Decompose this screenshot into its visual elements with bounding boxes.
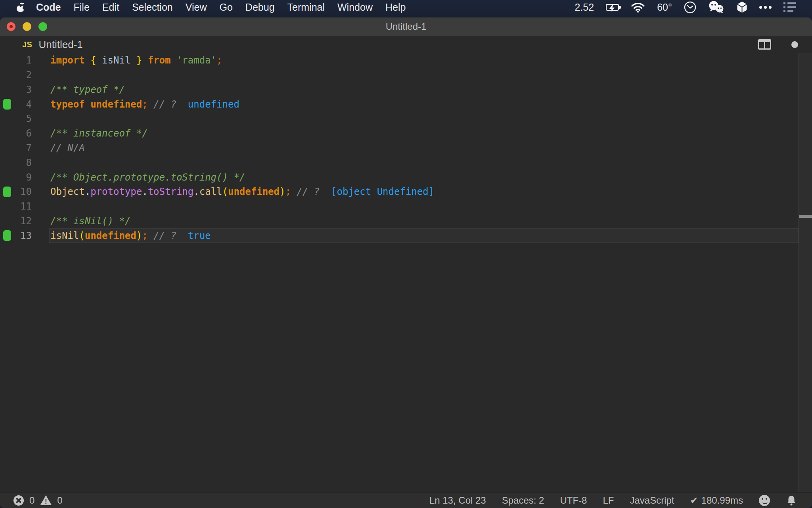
code-text: /** typeof */ bbox=[50, 84, 125, 95]
menubar-value[interactable]: 2.52 bbox=[575, 2, 594, 13]
perf-value: 180.99ms bbox=[701, 495, 743, 506]
code-line-3[interactable]: 3/** typeof */ bbox=[0, 83, 812, 97]
code-line-8[interactable]: 8 bbox=[0, 155, 812, 170]
macos-menu-bar: Code FileEditSelectionViewGoDebugTermina… bbox=[0, 0, 812, 14]
errors-count: 0 bbox=[29, 495, 34, 506]
code-text: /** instanceof */ bbox=[50, 128, 148, 139]
code-text: // N/A bbox=[50, 142, 85, 154]
editor-actions bbox=[758, 36, 798, 53]
gutter bbox=[0, 187, 14, 197]
status-item-ln-13-col-23[interactable]: Ln 13, Col 23 bbox=[429, 495, 486, 506]
scrollbar-marker bbox=[799, 215, 812, 218]
line-number: 12 bbox=[14, 216, 32, 227]
warnings-icon bbox=[40, 495, 52, 505]
vscode-window: Untitled-1 JS Untitled-1 1import { isNil… bbox=[0, 17, 812, 508]
line-number: 9 bbox=[14, 172, 32, 183]
line-number: 1 bbox=[14, 55, 32, 66]
errors-icon bbox=[13, 495, 24, 506]
code-text: import { isNil } from 'ramda'; bbox=[50, 55, 222, 66]
notifications-bell-icon[interactable] bbox=[786, 495, 797, 506]
wifi-icon[interactable] bbox=[631, 2, 645, 13]
editor-header: JS Untitled-1 bbox=[0, 36, 812, 53]
feedback-smiley-icon[interactable] bbox=[759, 495, 770, 506]
line-number: 4 bbox=[14, 99, 32, 110]
javascript-file-icon: JS bbox=[22, 40, 32, 49]
line-number: 6 bbox=[14, 128, 32, 139]
code-line-9[interactable]: 9/** Object.prototype.toString() */ bbox=[0, 170, 812, 185]
status-bar: 0 0 Ln 13, Col 23Spaces: 2UTF-8LFJavaScr… bbox=[0, 492, 812, 508]
code-line-6[interactable]: 6/** instanceof */ bbox=[0, 126, 812, 141]
menu-item-help[interactable]: Help bbox=[379, 2, 412, 13]
code-line-4[interactable]: 4typeof undefined; // ? undefined bbox=[0, 97, 812, 112]
screen: Code FileEditSelectionViewGoDebugTermina… bbox=[0, 0, 812, 508]
split-editor-icon[interactable] bbox=[758, 39, 771, 50]
more-dots-icon[interactable] bbox=[759, 6, 772, 9]
status-bar-right: Ln 13, Col 23Spaces: 2UTF-8LFJavaScript … bbox=[429, 495, 812, 506]
line-number: 8 bbox=[14, 157, 32, 168]
menu-item-debug[interactable]: Debug bbox=[239, 2, 281, 13]
menu-item-selection[interactable]: Selection bbox=[126, 2, 179, 13]
quokka-marker[interactable] bbox=[3, 187, 11, 197]
menu-item-terminal[interactable]: Terminal bbox=[281, 2, 331, 13]
code-line-10[interactable]: 10Object.prototype.toString.call(undefin… bbox=[0, 185, 812, 199]
menu-item-view[interactable]: View bbox=[179, 2, 213, 13]
code-editor[interactable]: 1import { isNil } from 'ramda';23/** typ… bbox=[0, 53, 812, 492]
warnings-count: 0 bbox=[57, 495, 62, 506]
apple-icon-bite bbox=[23, 6, 26, 10]
status-items: Ln 13, Col 23Spaces: 2UTF-8LFJavaScript bbox=[429, 495, 674, 506]
line-number: 3 bbox=[14, 84, 32, 95]
problems-status[interactable]: 0 0 bbox=[0, 495, 63, 506]
line-number: 7 bbox=[14, 142, 32, 154]
line-number: 2 bbox=[14, 69, 32, 81]
battery-charging-icon[interactable] bbox=[606, 4, 619, 11]
code-line-5[interactable]: 5 bbox=[0, 112, 812, 126]
file-name[interactable]: Untitled-1 bbox=[38, 38, 82, 51]
line-number: 10 bbox=[14, 186, 32, 197]
gutter bbox=[0, 99, 14, 110]
window-title: Untitled-1 bbox=[0, 21, 812, 32]
code-line-1[interactable]: 1import { isNil } from 'ramda'; bbox=[0, 53, 812, 68]
scrollbar[interactable] bbox=[799, 53, 812, 492]
cube-icon[interactable] bbox=[737, 1, 747, 13]
menu-item-go[interactable]: Go bbox=[213, 2, 239, 13]
check-icon: ✔ bbox=[690, 495, 698, 506]
wechat-icon[interactable] bbox=[708, 1, 725, 13]
status-item-utf-8[interactable]: UTF-8 bbox=[560, 495, 587, 506]
menu-item-edit[interactable]: Edit bbox=[96, 2, 126, 13]
list-icon[interactable] bbox=[783, 2, 796, 12]
menu-bar-status-area: 2.52 60° bbox=[575, 1, 812, 13]
line-number: 5 bbox=[14, 113, 32, 124]
code-text: isNil(undefined); // ? true bbox=[50, 230, 211, 241]
unsaved-dot-icon[interactable] bbox=[791, 41, 798, 48]
quokka-marker[interactable] bbox=[3, 99, 11, 110]
menu-item-window[interactable]: Window bbox=[331, 2, 379, 13]
code-lines: 1import { isNil } from 'ramda';23/** typ… bbox=[0, 53, 812, 243]
menu-items: FileEditSelectionViewGoDebugTerminalWind… bbox=[67, 2, 412, 13]
code-line-7[interactable]: 7// N/A bbox=[0, 141, 812, 156]
menu-bar-left: Code FileEditSelectionViewGoDebugTermina… bbox=[0, 2, 412, 13]
clock-icon[interactable] bbox=[684, 1, 696, 13]
quokka-marker[interactable] bbox=[3, 230, 11, 241]
code-line-13[interactable]: 13isNil(undefined); // ? true bbox=[0, 228, 812, 243]
code-text: typeof undefined; // ? undefined bbox=[50, 99, 239, 110]
status-item-javascript[interactable]: JavaScript bbox=[630, 495, 674, 506]
window-title-bar[interactable]: Untitled-1 bbox=[0, 17, 812, 36]
line-number: 13 bbox=[14, 230, 32, 241]
menu-item-code[interactable]: Code bbox=[30, 2, 67, 13]
code-line-11[interactable]: 11 bbox=[0, 199, 812, 214]
menu-item-file[interactable]: File bbox=[67, 2, 96, 13]
temperature-value[interactable]: 60° bbox=[657, 2, 672, 13]
code-line-2[interactable]: 2 bbox=[0, 68, 812, 83]
apple-icon[interactable] bbox=[17, 3, 24, 12]
code-text: /** Object.prototype.toString() */ bbox=[50, 172, 245, 183]
quokka-perf-status[interactable]: ✔ 180.99ms bbox=[690, 495, 743, 506]
code-text: Object.prototype.toString.call(undefined… bbox=[50, 186, 434, 197]
status-item-spaces-2[interactable]: Spaces: 2 bbox=[502, 495, 544, 506]
gutter bbox=[0, 230, 14, 241]
code-text: /** isNil() */ bbox=[50, 216, 130, 227]
code-line-12[interactable]: 12/** isNil() */ bbox=[0, 214, 812, 228]
status-item-lf[interactable]: LF bbox=[603, 495, 614, 506]
line-number: 11 bbox=[14, 201, 32, 212]
